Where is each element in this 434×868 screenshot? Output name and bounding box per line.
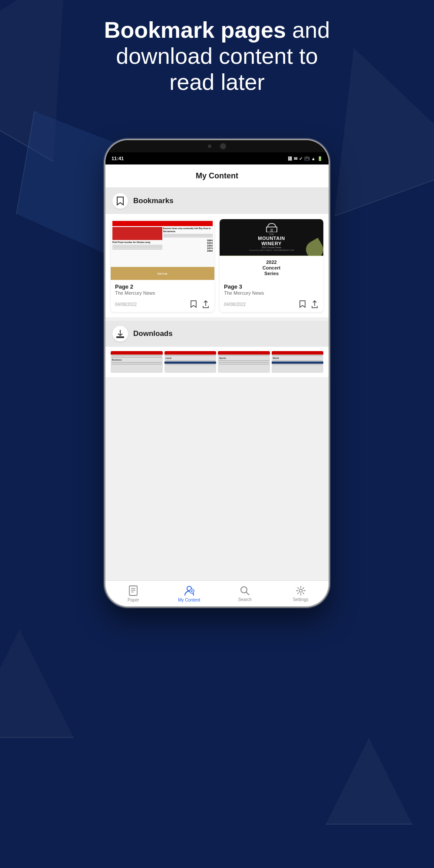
bookmark-page-1: Page 2 xyxy=(115,283,210,290)
np-body-text xyxy=(112,245,162,250)
bg-shape-4 xyxy=(0,629,74,738)
dl-line-2c xyxy=(165,364,216,365)
svg-point-10 xyxy=(241,587,247,593)
download-thumb-1[interactable]: Business xyxy=(111,351,163,373)
side-button-mute xyxy=(104,197,105,218)
winery-preview: the MOUNTAINWINERY 2022 Concert Series P… xyxy=(220,219,323,280)
bookmark-date-1: 04/08/2022 xyxy=(115,302,137,307)
np-terra-banner: terra xyxy=(111,267,214,280)
winery-main-title: MOUNTAINWINERY xyxy=(258,236,285,246)
dl-red-2 xyxy=(164,351,217,355)
dl-line-3c xyxy=(219,362,269,363)
dl-line-1d xyxy=(112,364,162,365)
svg-rect-1 xyxy=(270,229,273,232)
status-icon-email: ✉ xyxy=(294,156,297,161)
dl-blue-4 xyxy=(272,362,324,364)
phone-top-cameras xyxy=(105,140,329,152)
status-icons: 🖼 ✉ ✓ 📳 ▲ 🔋 xyxy=(288,156,322,161)
status-icon-wifi: ▲ xyxy=(311,156,316,161)
dl-label-2: Local xyxy=(164,356,217,360)
status-icon-battery: 🔋 xyxy=(317,156,322,161)
dl-line-4a xyxy=(273,355,323,356)
download-thumb-3[interactable]: Sports xyxy=(218,351,270,373)
bookmark-save-icon-1 xyxy=(191,300,197,308)
bookmarks-grid: Pink Floyd reunites for Ukraine song xyxy=(105,214,329,317)
bg-shape-5 xyxy=(326,738,412,825)
nav-item-search[interactable]: Search xyxy=(217,581,273,606)
bookmark-thumb-2: the MOUNTAINWINERY 2022 Concert Series P… xyxy=(220,219,323,280)
dl-blue-2 xyxy=(164,362,217,364)
winery-arch-icon xyxy=(266,223,278,232)
winery-series-label: 2022 Concert Series xyxy=(262,246,282,249)
np-header-red xyxy=(112,221,213,226)
dl-line-4b xyxy=(273,360,323,361)
nav-item-settings[interactable]: Settings xyxy=(273,581,329,606)
winery-concert-box: 2022ConcertSeries xyxy=(220,256,323,280)
np-img xyxy=(112,227,162,240)
np-numbers: 1864 1943 1952 1974 1990 xyxy=(163,239,213,252)
status-icon-check: ✓ xyxy=(299,156,302,161)
download-section-icon xyxy=(116,329,124,338)
app-header: My Content xyxy=(105,164,329,188)
nav-item-paper[interactable]: Paper xyxy=(105,581,161,606)
bookmark-card-2[interactable]: the MOUNTAINWINERY 2022 Concert Series P… xyxy=(220,219,323,312)
dl-red-1 xyxy=(111,351,163,355)
svg-line-11 xyxy=(246,592,249,595)
bookmark-page-2: Page 3 xyxy=(224,283,319,290)
bookmark-info-2: Page 3 The Mercury News xyxy=(220,280,323,297)
download-thumb-2[interactable]: Local xyxy=(164,351,217,373)
phone-home-indicator[interactable] xyxy=(200,603,234,605)
bookmarks-section-header: Bookmarks xyxy=(105,188,329,214)
search-nav-icon xyxy=(240,585,250,596)
np-terra-text: terra xyxy=(158,272,168,276)
bookmark-icon-2[interactable] xyxy=(298,300,307,309)
dl-line-3a xyxy=(219,355,269,356)
downloads-strip: Business Local xyxy=(105,347,329,377)
nav-label-paper: Paper xyxy=(128,598,139,602)
bookmark-card-1[interactable]: Pink Floyd reunites for Ukraine song xyxy=(111,219,214,312)
winery-concert-text: 2022ConcertSeries xyxy=(263,260,281,277)
bookmark-footer-2: 04/08/2022 xyxy=(220,297,323,312)
downloads-icon-wrap xyxy=(112,326,128,342)
hero-title: Bookmark pages anddownload content torea… xyxy=(0,17,434,95)
winery-website: Presented by WELLS FARGO · MOUNTAINWINER… xyxy=(249,249,294,251)
bookmark-save-icon-2 xyxy=(299,300,306,308)
dl-line-1b xyxy=(112,357,162,358)
dl-inner-4: World xyxy=(272,351,324,373)
dl-inner-1: Business xyxy=(111,351,163,373)
bookmark-pub-1: The Mercury News xyxy=(115,290,210,296)
downloads-section-header: Downloads xyxy=(105,321,329,347)
dl-line-2b xyxy=(165,360,216,361)
app-screen: My Content Bookmarks xyxy=(105,164,329,606)
dl-red-4 xyxy=(272,351,324,355)
bookmark-info-1: Page 2 The Mercury News xyxy=(111,280,214,297)
share-icon-2[interactable] xyxy=(310,300,319,309)
svg-rect-2 xyxy=(129,586,137,595)
dl-line-3b xyxy=(219,360,269,361)
downloads-label: Downloads xyxy=(133,329,173,338)
dl-inner-3: Sports xyxy=(218,351,270,373)
dl-red-3 xyxy=(218,351,270,355)
side-button-power xyxy=(329,214,330,249)
download-thumb-4[interactable]: World xyxy=(272,351,324,373)
status-icon-vibrate: 📳 xyxy=(304,156,309,161)
downloads-section: Downloads Business xyxy=(105,321,329,377)
np-headline1: Pink Floyd reunites for Ukraine song xyxy=(112,241,162,244)
share-icon-svg-1 xyxy=(202,300,209,308)
camera-small xyxy=(208,145,211,148)
np-headline2: Express lanes may eventually link Bay Ar… xyxy=(163,227,213,233)
android-navbar: ◀ ⬤ ⬜ xyxy=(105,606,329,608)
app-content[interactable]: Bookmarks Pink Floyd reunites for Ukrain… xyxy=(105,188,329,580)
status-icon-photo: 🖼 xyxy=(288,156,292,161)
nav-item-mycontent[interactable]: My Content xyxy=(161,581,217,606)
nav-label-mycontent: My Content xyxy=(178,598,200,602)
nav-label-settings: Settings xyxy=(293,597,309,602)
svg-point-12 xyxy=(299,589,302,592)
phone-frame: 11:41 🖼 ✉ ✓ 📳 ▲ 🔋 My Content Boo xyxy=(104,139,330,608)
share-icon-1[interactable] xyxy=(201,300,210,309)
bookmark-section-icon xyxy=(116,196,124,206)
paper-nav-icon xyxy=(128,585,138,596)
dl-line-3d xyxy=(219,364,269,365)
bookmarks-icon-wrap xyxy=(112,193,128,209)
bookmark-icon-1[interactable] xyxy=(189,300,198,309)
